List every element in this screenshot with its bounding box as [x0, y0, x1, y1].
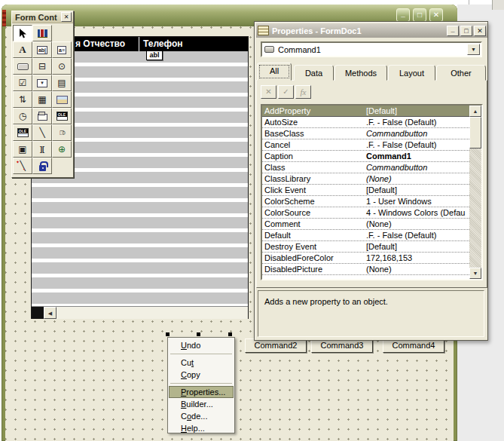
top-divider-line — [469, 0, 469, 5]
property-row[interactable]: Click Event[Default] — [262, 185, 469, 196]
tab-all[interactable]: All — [257, 63, 292, 81]
property-row[interactable]: Cancel.F. - False (Default) — [262, 139, 469, 151]
textbox-drag-badge: abl — [146, 51, 163, 60]
textbox-icon[interactable]: ab| — [32, 41, 52, 58]
context-menu-item-code[interactable]: Code... — [169, 410, 234, 422]
cancel-value-button[interactable]: ✕ — [261, 85, 276, 99]
form-controls-title: Form Cont — [15, 13, 61, 22]
tab-other[interactable]: Other — [436, 65, 486, 81]
select-pointer-icon[interactable] — [13, 25, 32, 41]
context-menu-item-help[interactable]: Help... — [169, 422, 234, 434]
scrollbar-thumb[interactable] — [469, 117, 481, 149]
form-controls-grid: A ab| a≡ ⊟ ⊙ ☑ ▼ ▤ ⇅ ▦ ◷ OLE OLE ╲ □○ ▣ … — [12, 23, 73, 176]
property-row[interactable]: DisabledForeColor172,168,153 — [262, 253, 469, 264]
property-row[interactable]: AddProperty[Default] — [262, 106, 469, 117]
chevron-down-icon[interactable]: ▼ — [467, 44, 480, 55]
tab-methods[interactable]: Methods — [334, 65, 387, 81]
properties-titlebar[interactable]: Properties - FormDoc1 _ □ ✕ — [256, 23, 487, 38]
properties-window-title: Properties - FormDoc1 — [272, 26, 447, 35]
property-row[interactable]: CaptionCommand1 — [262, 151, 469, 162]
context-menu-item-builder[interactable]: Builder... — [169, 398, 234, 410]
container-icon[interactable]: ▣ — [13, 141, 32, 158]
view-classes-icon[interactable] — [32, 25, 52, 41]
ole-bound-icon[interactable]: OLE — [13, 124, 32, 141]
property-row[interactable]: Default.F. - False (Default) — [262, 230, 469, 241]
tab-layout[interactable]: Layout — [388, 65, 435, 81]
property-row[interactable]: Destroy Event[Default] — [262, 241, 469, 253]
listbox-icon[interactable]: ▤ — [52, 75, 72, 91]
spinner-icon[interactable]: ⇅ — [13, 91, 32, 108]
selection-handle[interactable] — [228, 332, 232, 336]
context-menu: Undo Cut Copy Properties... Builder... C… — [167, 337, 235, 433]
minimize-button[interactable]: _ — [396, 8, 410, 22]
close-button[interactable]: ✕ — [429, 8, 443, 22]
checkbox-icon[interactable]: ☑ — [13, 75, 32, 91]
editbox-icon[interactable]: a≡ — [52, 41, 72, 58]
properties-tab-panel: ✕ ✓ fx AddProperty[Default] AutoSize.F. … — [256, 80, 487, 288]
separator-icon[interactable]: ][ — [32, 141, 52, 158]
ole-container-icon[interactable]: OLE — [52, 108, 72, 124]
minimize-button[interactable]: _ — [447, 26, 459, 36]
grid-icon[interactable]: ▦ — [32, 91, 52, 108]
scroll-left-icon[interactable]: ◀ — [44, 307, 57, 319]
window-icon — [2, 10, 6, 26]
context-menu-item-undo[interactable]: Undo — [169, 339, 234, 351]
context-menu-item-cut[interactable]: Cut — [169, 357, 234, 369]
form-controls-titlebar[interactable]: Form Cont ✕ — [12, 11, 73, 23]
pointer-arrow-icon — [19, 29, 27, 38]
shape-icon[interactable]: □○ — [52, 124, 72, 141]
pageframe-icon[interactable] — [32, 108, 52, 124]
close-button[interactable]: ✕ — [474, 26, 486, 36]
optiongroup-icon[interactable]: ⊙ — [52, 58, 72, 75]
close-icon[interactable]: ✕ — [61, 12, 72, 22]
form-controls-toolbar: Form Cont ✕ A ab| a≡ ⊟ ⊙ ☑ ▼ ▤ ⇅ ▦ ◷ OLE… — [11, 11, 74, 178]
property-row[interactable]: Comment(None) — [262, 219, 469, 230]
tab-data[interactable]: Data — [294, 65, 334, 81]
accept-value-button[interactable]: ✓ — [278, 85, 294, 99]
line-icon[interactable]: ╲ — [32, 124, 52, 141]
selection-handle[interactable] — [166, 332, 170, 336]
scroll-down-icon[interactable]: ▼ — [469, 268, 481, 279]
grid-horizontal-scrollbar[interactable]: ◀ — [32, 306, 248, 319]
properties-window-icon — [258, 26, 269, 35]
menu-separator — [170, 383, 232, 384]
builder-lock-icon[interactable]: ╲ — [13, 158, 32, 174]
hyperlink-icon[interactable]: ⊕ — [52, 141, 72, 158]
context-menu-item-properties[interactable]: Properties... — [169, 386, 234, 398]
commandbutton-icon[interactable] — [13, 58, 32, 75]
selection-handle[interactable] — [197, 332, 200, 336]
property-row[interactable]: BaseClassCommandbutton — [262, 128, 469, 139]
maximize-button[interactable]: □ — [413, 8, 426, 22]
combobox-icon[interactable]: ▼ — [32, 75, 52, 91]
timer-icon[interactable]: ◷ — [13, 108, 32, 124]
menu-separator — [170, 354, 232, 354]
maximize-button[interactable]: □ — [460, 26, 472, 36]
property-row[interactable]: ClassLibrary(None) — [262, 173, 469, 185]
grid-scroll-track[interactable] — [57, 307, 248, 319]
properties-window: Properties - FormDoc1 _ □ ✕ Command1 ▼ A… — [254, 21, 488, 341]
property-rows: AddProperty[Default] AutoSize.F. - False… — [262, 106, 469, 279]
label-icon[interactable]: A — [13, 41, 32, 58]
selected-object-label: Command1 — [278, 45, 467, 54]
grid-header-phone: Телефон — [139, 37, 248, 51]
commandbutton-object-icon — [264, 46, 274, 53]
property-list[interactable]: AddProperty[Default] AutoSize.F. - False… — [261, 104, 483, 280]
property-description: Adds a new property to an object. — [258, 290, 484, 337]
property-row[interactable]: ClassCommandbutton — [262, 162, 469, 173]
property-row[interactable]: AutoSize.F. - False (Default) — [262, 117, 469, 128]
object-selector-combo[interactable]: Command1 ▼ — [261, 41, 482, 57]
context-menu-item-copy[interactable]: Copy — [169, 369, 234, 381]
scroll-up-icon[interactable]: ▲ — [469, 106, 481, 117]
property-list-scrollbar[interactable]: ▲ ▼ — [469, 106, 481, 279]
button-lock-icon[interactable] — [32, 158, 52, 174]
property-row[interactable]: DisabledPicture(None) — [262, 264, 469, 275]
top-corner-fragment — [492, 0, 504, 10]
property-row[interactable]: ColorSource4 - Windows Colors (Defau — [262, 207, 469, 219]
property-row[interactable]: ColorScheme1 - User Windows — [262, 196, 469, 207]
expression-builder-button[interactable]: fx — [295, 85, 311, 99]
image-icon[interactable] — [52, 91, 72, 108]
grid-record-mark — [32, 307, 44, 319]
commandgroup-icon[interactable]: ⊟ — [32, 58, 52, 75]
